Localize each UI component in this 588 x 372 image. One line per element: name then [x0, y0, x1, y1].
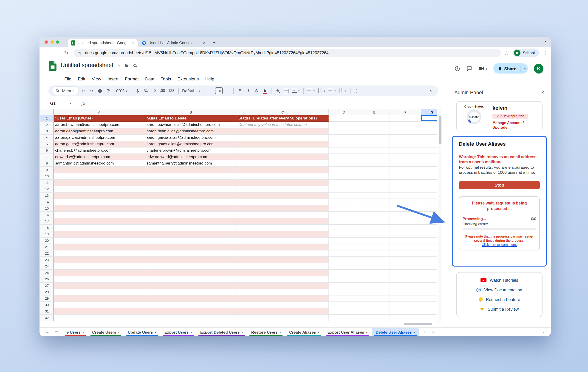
cell-E25[interactable]	[359, 270, 390, 276]
cell-D16[interactable]	[329, 212, 359, 218]
cell-C14[interactable]	[237, 199, 329, 205]
cell-D11[interactable]	[329, 180, 359, 186]
row-header-6[interactable]: 6	[41, 148, 54, 154]
tab-dropdown-icon[interactable]: ▾	[83, 330, 84, 334]
cell-G16[interactable]	[421, 212, 437, 218]
row-header-32[interactable]: 32	[41, 315, 54, 321]
cell-F31[interactable]	[390, 308, 421, 315]
menu-view[interactable]: View	[88, 75, 104, 82]
forward-icon[interactable]: →	[52, 50, 60, 56]
row-header-16[interactable]: 16	[41, 212, 54, 218]
cell-C22[interactable]	[237, 250, 329, 257]
more-toolbar-button[interactable]: ⋮	[353, 86, 361, 95]
cell-E17[interactable]	[359, 218, 390, 225]
cell-E20[interactable]	[359, 238, 390, 244]
cell-G5[interactable]	[421, 141, 437, 148]
cell-B32[interactable]	[145, 315, 237, 321]
cell-G26[interactable]	[421, 276, 437, 283]
cell-D3[interactable]	[329, 128, 359, 135]
cell-B13[interactable]	[145, 192, 237, 199]
browser-tab-admin-console[interactable]: User List - Admin Console ×	[139, 39, 209, 47]
cell-E11[interactable]	[359, 180, 390, 186]
cell-B10[interactable]	[145, 173, 237, 180]
cell-D26[interactable]	[329, 276, 359, 283]
sheet-tab-create-aliases[interactable]: Create Aliases▾	[285, 328, 323, 336]
cell-F27[interactable]	[390, 283, 421, 289]
column-header-G[interactable]: G	[421, 109, 437, 115]
name-box[interactable]: G1 ▾	[48, 101, 73, 106]
cell-D29[interactable]	[329, 296, 359, 302]
cell-E19[interactable]	[359, 231, 390, 238]
formula-input[interactable]	[85, 97, 438, 109]
cell-G18[interactable]	[421, 225, 437, 231]
hide-menus-button[interactable]: ∧	[427, 86, 435, 95]
cell-A26[interactable]	[54, 276, 145, 283]
row-header-25[interactable]: 25	[41, 270, 54, 276]
vertical-scrollbar[interactable]	[438, 109, 441, 322]
share-button[interactable]: Share ▾	[493, 64, 528, 74]
cell-E21[interactable]	[359, 244, 390, 250]
cell-G30[interactable]	[421, 302, 437, 308]
scroll-tabs-left-icon[interactable]: ‹	[424, 329, 425, 335]
row-header-5[interactable]: 5	[41, 141, 54, 148]
cell-A11[interactable]	[54, 180, 145, 186]
cell-B6[interactable]: charlene.brown@adminsheetpro.com	[145, 148, 237, 154]
cell-C2[interactable]: Dont put any value in the status column	[237, 122, 329, 128]
panel-link-view-documentation[interactable]: ?View Documentation	[457, 285, 542, 295]
cell-A12[interactable]	[54, 186, 145, 192]
hide-side-panel-icon[interactable]: ‹	[543, 329, 544, 335]
cell-E29[interactable]	[359, 296, 390, 302]
row-header-21[interactable]: 21	[41, 244, 54, 250]
cell-C8[interactable]	[237, 160, 329, 167]
minimize-window-button[interactable]	[50, 41, 53, 44]
panel-link-request-a-feature[interactable]: Request a Feature	[457, 295, 542, 304]
cell-D8[interactable]	[329, 160, 359, 167]
row-header-14[interactable]: 14	[41, 199, 54, 205]
tab-dropdown-icon[interactable]: ▾	[366, 330, 368, 334]
cell-F21[interactable]	[390, 244, 421, 250]
sheet-tab-export-user-aliases[interactable]: Export User Aliases▾	[323, 328, 372, 336]
cell-A21[interactable]	[54, 244, 145, 250]
cell-D24[interactable]	[329, 263, 359, 270]
menus-search-button[interactable]: Menus	[52, 86, 79, 95]
cell-B4[interactable]: aaron.garcia.alias@adminsheetpro.com	[145, 135, 237, 141]
cell-C7[interactable]	[237, 154, 329, 160]
sheet-tab-e-users[interactable]: e Users▾	[63, 328, 88, 336]
row-header-24[interactable]: 24	[41, 263, 54, 270]
cell-D1[interactable]	[329, 115, 359, 122]
learn-more-link[interactable]: Click here to learn more.	[462, 243, 536, 246]
row-header-11[interactable]: 11	[41, 180, 54, 186]
undo-button[interactable]: ↶	[79, 86, 87, 95]
meet-icon[interactable]: ▾	[478, 66, 487, 71]
cell-A4[interactable]: aaron.garcia@adminsheetpro.com	[54, 135, 145, 141]
cell-F22[interactable]	[390, 250, 421, 257]
name-box-dropdown-icon[interactable]: ▾	[70, 102, 71, 105]
increase-decimal-button[interactable]: .00	[158, 86, 166, 95]
cell-C6[interactable]	[237, 148, 329, 154]
tab-search-button[interactable]: ▾	[545, 40, 546, 43]
cell-A22[interactable]	[54, 250, 145, 257]
cell-D22[interactable]	[329, 250, 359, 257]
cell-F6[interactable]	[390, 148, 421, 154]
cell-C10[interactable]	[237, 173, 329, 180]
cell-C25[interactable]	[237, 270, 329, 276]
column-header-C[interactable]: C	[237, 109, 329, 115]
row-header-10[interactable]: 10	[41, 173, 54, 180]
cell-E9[interactable]	[359, 167, 390, 173]
cell-D27[interactable]	[329, 283, 359, 289]
cell-B20[interactable]	[145, 238, 237, 244]
cell-G15[interactable]	[421, 205, 437, 212]
row-header-31[interactable]: 31	[41, 308, 54, 315]
cell-C21[interactable]	[237, 244, 329, 250]
cell-B27[interactable]	[145, 283, 237, 289]
cell-A13[interactable]	[54, 192, 145, 199]
cell-D20[interactable]	[329, 238, 359, 244]
cell-B2[interactable]: aaron.bowman.alias@adminsheetpro.com	[145, 122, 237, 128]
cell-F12[interactable]	[390, 186, 421, 192]
all-sheets-button[interactable]: ≡	[55, 329, 58, 335]
cell-D31[interactable]	[329, 308, 359, 315]
tab-dropdown-icon[interactable]: ▾	[280, 330, 281, 334]
menu-insert[interactable]: Insert	[104, 75, 122, 82]
cell-F5[interactable]	[390, 141, 421, 148]
menu-format[interactable]: Format	[122, 75, 142, 82]
